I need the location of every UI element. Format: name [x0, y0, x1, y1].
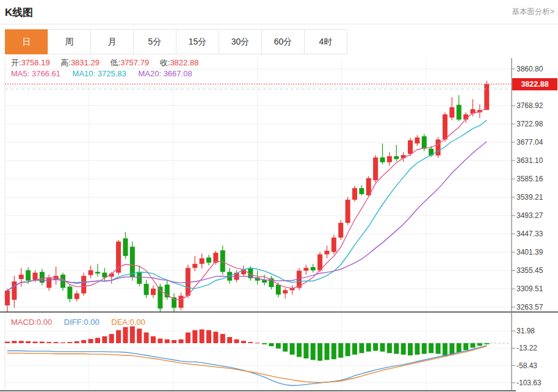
ma20-legend: MA20: 3667.08 — [138, 69, 192, 78]
svg-text:31.98: 31.98 — [516, 327, 535, 335]
svg-text:3539.21: 3539.21 — [516, 193, 543, 201]
ma-legend: MA5: 3766.61 MA10: 3725.83 MA20: 3667.08 — [11, 69, 202, 78]
open-label: 开: — [11, 58, 21, 67]
close-value: 3822.88 — [170, 58, 198, 67]
svg-text:3493.27: 3493.27 — [516, 211, 543, 220]
svg-text:3768.92: 3768.92 — [516, 101, 543, 110]
svg-text:3822.88: 3822.88 — [521, 80, 548, 89]
kline-page: K线图 基本面分析> 日 周 月 5分 15分 30分 60分 4时 3860.… — [0, 0, 558, 392]
open-value: 3758.19 — [21, 58, 50, 67]
svg-text:3263.57: 3263.57 — [516, 303, 543, 311]
low-label: 低: — [111, 58, 121, 67]
close-label: 收: — [160, 58, 170, 67]
macd-legend: MACD:0.00 DIFF:0.00 DEA:0.00 — [11, 318, 155, 327]
ma5-legend: MA5: 3766.61 — [11, 69, 60, 78]
macd-group — [5, 326, 489, 385]
svg-text:3860.80: 3860.80 — [516, 65, 543, 73]
svg-text:3447.33: 3447.33 — [516, 230, 543, 238]
svg-text:3631.10: 3631.10 — [516, 156, 543, 165]
svg-text:3401.39: 3401.39 — [516, 248, 543, 256]
high-value: 3831.29 — [71, 58, 100, 67]
ohlc-legend: 开:3758.19 高:3831.29 低:3757.79 收:3822.88 — [11, 57, 207, 68]
high-label: 高: — [60, 58, 71, 67]
macd-value-legend: MACD:0.00 — [11, 318, 52, 327]
last-price-tag: 3822.88 — [512, 78, 557, 90]
ma10-legend: MA10: 3725.83 — [73, 69, 126, 78]
svg-text:3585.16: 3585.16 — [516, 175, 543, 183]
low-value: 3757.79 — [120, 58, 149, 67]
svg-text:-58.43: -58.43 — [516, 361, 537, 370]
svg-text:3355.45: 3355.45 — [516, 266, 543, 275]
svg-text:3309.51: 3309.51 — [516, 285, 543, 293]
dea-value-legend: DEA:0.00 — [111, 318, 145, 327]
svg-text:3722.98: 3722.98 — [516, 120, 543, 128]
svg-text:-13.22: -13.22 — [516, 344, 537, 352]
svg-text:-103.63: -103.63 — [516, 379, 542, 387]
diff-value-legend: DIFF:0.00 — [64, 318, 100, 327]
candles-group — [5, 81, 489, 316]
svg-text:3677.04: 3677.04 — [516, 138, 543, 147]
